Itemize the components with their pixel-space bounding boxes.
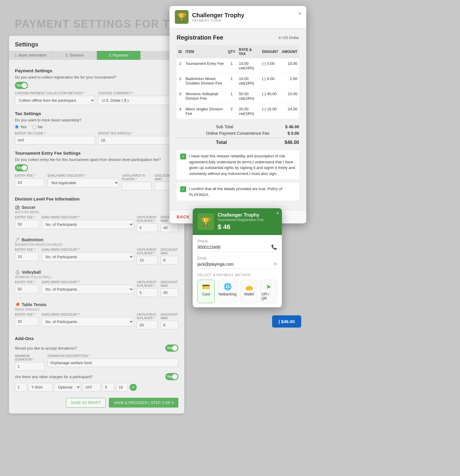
table-tennis-earlybird[interactable]: No. of Participants [42,317,134,326]
payment-method-card[interactable]: 💳 Card [197,280,215,303]
badminton-entry-fee[interactable] [15,252,39,261]
donations-fields: MINIMUM DONATION * DONATION DESCRIPTION … [15,354,178,373]
modal-title: Challenger Trophy [192,12,244,19]
charge-name-input[interactable] [29,383,52,392]
entry-fee-toggle[interactable]: Yes [15,164,28,171]
table-tennis-subtitle: MENS SINGLES [15,308,178,311]
other-charges-toggle-label: Yes [167,375,173,379]
row-rate: 10.00 vat(18%) [237,73,260,89]
payment-method-row: CHOOSE PAYMENT COLLECTION METHOD * Colle… [9,91,184,108]
tax-rate-input[interactable] [98,136,178,145]
soccer-earlybird[interactable]: No. of Participants [42,220,134,229]
convenience-fee-label: Online Payment Convenience Fee [206,131,269,136]
soccer-discount[interactable] [161,223,178,232]
earlybird-label: EARLYBIRD DISCOUNT * [48,174,119,177]
collection-method-label: CHOOSE PAYMENT COLLECTION METHOD * [15,91,95,95]
charge-price-input[interactable] [102,383,114,392]
volleyball-entry-fee[interactable] [15,285,39,293]
until-input[interactable] [122,182,152,190]
charge-qty-input[interactable] [15,383,27,392]
row-discount: (-) 8.00 [260,73,280,89]
payment-method-netbanking[interactable]: 🌐 Netbanking [217,280,238,303]
volleyball-until[interactable] [137,288,158,297]
settings-panel: Settings 1. Basic Information 2. Divisio… [9,36,184,414]
row-rate: 50.00 vat(18%) [237,89,260,104]
other-charges-toggle[interactable]: Yes [165,373,178,380]
row-qty: 1 [226,73,237,89]
row-item: Badminton Mixed Doubles Division Fee [184,73,226,89]
step-1[interactable]: 1. Basic Information [9,51,53,60]
row-rate: 20.00 vat(18%) [237,104,260,119]
donations-toggle[interactable]: Yes [165,345,178,352]
col-discount: DISOUNT [260,45,280,58]
widget-close-button[interactable]: × [276,211,279,216]
donation-desc-input[interactable] [48,358,178,367]
add-charge-button[interactable]: + [130,384,137,391]
tax-rate-label: ENTER TAX RATE(%) * [98,131,178,135]
payment-method-upi[interactable]: ➤ UPI / QR [260,280,277,303]
tax-code-label: ENTER TAX CODE * [15,131,95,135]
save-draft-button[interactable]: SAVE AS DRAFT [66,398,106,408]
step-2[interactable]: 2. Divisions [53,51,97,60]
table-tennis-until[interactable] [137,321,158,329]
volleyball-subtitle: WOMENS VOLLEYBALL [15,275,178,279]
charge-tax-input[interactable] [83,383,101,392]
step-3[interactable]: 3. Payments [97,51,141,60]
charge-discount-input[interactable] [116,383,128,392]
donations-desc: Would you like to accept donations? [15,346,77,350]
payment-method-wallet[interactable]: 👝 Wallet [240,280,258,303]
other-charges-desc: Are there any other charges for a partic… [15,375,93,379]
entry-fee-desc: Do you collect entry fee for this tourna… [9,157,184,164]
badminton-earlybird[interactable]: No. of Participants [42,252,134,262]
payment-toggle-row: Yes [9,82,184,91]
soccer-entry-fee[interactable] [15,220,39,228]
agreement-checkbox-1[interactable]: ✓ [180,154,186,159]
soccer-until[interactable] [137,223,158,232]
widget-title-block: Challenger Trophy Tournament Registratio… [218,212,264,231]
badminton-until[interactable] [137,256,158,264]
table-row: 2 Badminton Mixed Doubles Division Fee 1… [177,73,299,89]
volleyball-earlybird[interactable]: No. of Participants [42,285,134,294]
earlybird-select[interactable]: Not Applicable [48,178,119,187]
entry-fee-fields-row: ENTRY FEE * EARLYBIRD DISCOUNT * Not App… [9,174,184,193]
badminton-icon: 🏸 [15,237,20,242]
tax-radio-no[interactable]: No [32,125,43,129]
table-tennis-discount[interactable] [161,321,178,329]
agreement-text-1: I have read this release reliability and… [189,153,296,176]
reg-fee-header: Registration Fee in US Dollar [177,34,299,41]
table-tennis-entry-fee[interactable] [15,317,39,326]
min-donation-input[interactable] [15,362,45,371]
badminton-discount[interactable] [161,256,178,264]
fee-table: ID ITEM QTY RATE & TAX DISOUNT AMOUNT 1 … [177,45,299,119]
collection-method-select[interactable]: Collect offline from the participant [15,96,95,105]
proceed-button[interactable]: SAVE & PROCEED | STEP 3 OF 4 [109,398,178,408]
row-qty: 2 [226,104,237,119]
row-discount: (-) 40.00 [260,89,280,104]
pay-button[interactable]: | $46.00 [272,315,301,328]
badminton-section: 🏸 Badminton BADMINTON MIXED DOUBLES ENTR… [9,236,184,268]
widget-title: Challenger Trophy [218,212,264,218]
col-id: ID [177,45,184,58]
col-rate: RATE & TAX [237,45,260,58]
payment-toggle[interactable]: Yes [15,82,28,89]
table-row: 1 Tournament Entry Fee 1 10.00 vat(18%) … [177,58,299,73]
card-icon: 💳 [202,283,210,291]
sub-total-label: Sub Total [216,124,269,129]
charge-type-select[interactable]: Optional [54,383,81,392]
soccer-title: ⚽ Soccer [15,205,178,210]
tax-code-input[interactable] [15,136,95,145]
widget-amount: $ 46 [218,223,264,231]
tax-radio-yes[interactable]: Yes [15,125,26,129]
table-tennis-fields: ENTRY FEE * EARLYBIRD DISCOUNT * No. of … [15,313,178,331]
payment-widget: 🏆 Challenger Trophy Tournament Registrat… [193,208,282,307]
volleyball-discount[interactable] [161,288,178,297]
entry-fee-label: ENTRY FEE * [15,174,45,177]
modal-close-button[interactable]: × [298,10,302,17]
entry-fee-toggle-label: Yes [16,166,23,170]
donation-desc-label: DONATION DESCRIPTION * [48,354,178,358]
currency-select[interactable]: U.S. Dollar ( $ ) [98,96,178,105]
agreement-checkbox-2[interactable]: ✓ [180,186,186,192]
back-button[interactable]: BACK [177,214,190,219]
entry-fee-input[interactable] [15,178,45,187]
agreement-text-2: I confirm that all the details provided … [189,186,296,198]
